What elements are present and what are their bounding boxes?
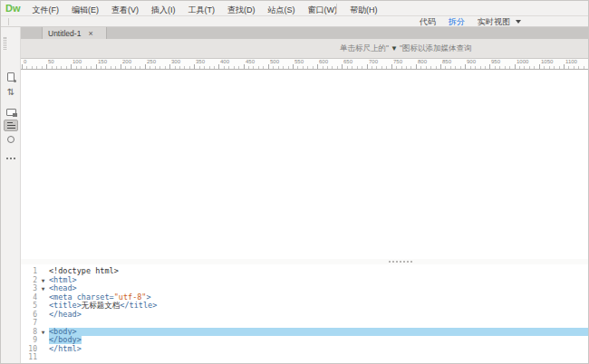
window-preview-icon[interactable] [1, 109, 21, 116]
ruler-tick [268, 64, 269, 69]
code-line-11[interactable]: 11 [21, 353, 589, 362]
ruler-tick-label: 0 [24, 59, 26, 65]
ruler-tick [386, 66, 387, 69]
code-line-6[interactable]: 6</head> [21, 311, 589, 320]
ruler-tick [499, 66, 500, 69]
fold-arrow-icon[interactable]: ▼ [37, 276, 49, 284]
ruler-tick-label: 800 [418, 59, 427, 65]
fold-arrow-icon[interactable]: ▼ [37, 284, 49, 292]
menu-item-6[interactable]: 站点(S) [262, 5, 302, 14]
tab-untitled-1[interactable]: Untitled-1 × [42, 27, 107, 39]
ruler-tick [303, 66, 304, 69]
ruler-tick [559, 66, 560, 69]
menu-separator [336, 4, 337, 14]
ruler-tick [165, 66, 166, 69]
ruler-tick [420, 66, 421, 69]
ruler-tick [578, 66, 579, 69]
horizontal-ruler[interactable]: 0501001502002503003504004505005506006507… [21, 59, 589, 70]
ruler-tick [524, 66, 525, 69]
menu-item-0[interactable]: 文件(F) [26, 5, 66, 14]
line-number: 4 [21, 293, 37, 302]
ruler-tick [76, 66, 77, 69]
line-number: 3 [21, 284, 37, 293]
ruler-tick [445, 66, 446, 69]
ruler-tick [36, 66, 37, 69]
code-line-2[interactable]: 2▼<html> [21, 276, 589, 285]
media-query-icon: ▼ [391, 45, 398, 53]
ruler-tick-label: 650 [343, 59, 352, 65]
ruler-tick-label: 950 [491, 59, 500, 65]
ruler-tick [125, 66, 126, 69]
ruler-tick [150, 66, 150, 69]
design-view[interactable] [21, 70, 589, 259]
ruler-tick [327, 66, 328, 69]
code-line-7[interactable]: 7 [21, 319, 589, 328]
ruler-tick [244, 64, 245, 69]
switcher-separator [8, 18, 9, 25]
ruler-tick [465, 64, 466, 69]
ruler-tick [529, 66, 530, 69]
ruler-tick [288, 66, 289, 69]
ruler-tick [121, 64, 121, 69]
ruler-tick [204, 66, 205, 69]
close-icon[interactable]: × [88, 29, 92, 38]
code-text: <html> [49, 276, 589, 285]
ruler-tick [214, 66, 215, 69]
code-line-5[interactable]: 5<title>无标题文档</title> [21, 302, 589, 311]
ruler-tick-label: 500 [270, 59, 279, 65]
ruler-tick-label: 1000 [517, 59, 528, 65]
menu-item-2[interactable]: 查看(V) [105, 5, 145, 14]
ruler-tick [519, 66, 520, 69]
ruler-tick [564, 64, 565, 69]
live-view-button[interactable]: 实时视图 [478, 16, 521, 27]
ruler-tick [323, 66, 323, 69]
ruler-tick [568, 66, 569, 69]
token-tag: <meta charset= [49, 292, 114, 302]
hint-text-after: "图标以添加媒体查询 [400, 43, 472, 54]
chevron-down-icon[interactable] [516, 20, 521, 24]
code-line-8[interactable]: 8▼<body> [21, 328, 589, 337]
code-editor[interactable]: 1<!doctype html>2▼<html>3▼<head>4<meta c… [21, 264, 589, 364]
ruler-tick-label: 150 [98, 59, 107, 65]
ruler-tick [169, 64, 170, 69]
file-management-icon[interactable]: ⇅ [1, 88, 21, 97]
menu-item-5[interactable]: 查找(D) [221, 5, 262, 14]
ruler-tick [258, 66, 259, 69]
split-view-button[interactable]: 拆分 [449, 16, 465, 27]
code-view-button[interactable]: 代码 [420, 16, 436, 27]
outline-icon-selected[interactable] [1, 120, 21, 131]
code-text: <!doctype html> [49, 267, 589, 276]
ruler-tick-label: 600 [319, 59, 328, 65]
ruler-tick [297, 66, 298, 69]
more-options-icon[interactable] [1, 158, 21, 159]
ruler-tick [135, 66, 136, 69]
menu-item-3[interactable]: 插入(I) [145, 5, 182, 14]
ruler-tick [81, 66, 82, 69]
document-tab-bar: Untitled-1 × [21, 27, 589, 39]
menu-item-8[interactable]: 帮助(H) [343, 5, 384, 14]
ruler-tick [184, 66, 185, 69]
panel-grip[interactable] [4, 37, 6, 50]
code-line-10[interactable]: 10</html> [21, 345, 589, 354]
code-line-1[interactable]: 1<!doctype html> [21, 267, 589, 276]
document-toolbar: 单击标尺上的" ▼ "图标以添加媒体查询 [21, 39, 589, 59]
ruler-tick [42, 66, 43, 69]
menu-item-7[interactable]: 窗口(W) [302, 5, 344, 14]
code-text: </html> [49, 345, 589, 354]
menu-item-1[interactable]: 编辑(E) [65, 5, 105, 14]
ruler-tick [313, 66, 314, 69]
token-plain: 无标题文档 [82, 301, 121, 310]
ruler-tick-label: 700 [369, 59, 378, 65]
menu-item-4[interactable]: 工具(T) [182, 5, 222, 14]
dreamweaver-logo[interactable]: Dw [1, 3, 26, 14]
ruler-tick [209, 66, 210, 69]
ruler-tick [410, 66, 411, 69]
view-switcher: 代码 拆分 实时视图 [420, 16, 521, 27]
code-line-9[interactable]: 9</body> [21, 336, 589, 345]
ruler-tick [401, 66, 402, 69]
splitter-drag-handle[interactable] [389, 261, 412, 263]
circle-tool-icon[interactable] [1, 136, 21, 143]
code-text: </body> [49, 336, 589, 345]
fold-arrow-icon[interactable]: ▼ [37, 328, 49, 336]
new-document-icon[interactable] [1, 72, 21, 81]
